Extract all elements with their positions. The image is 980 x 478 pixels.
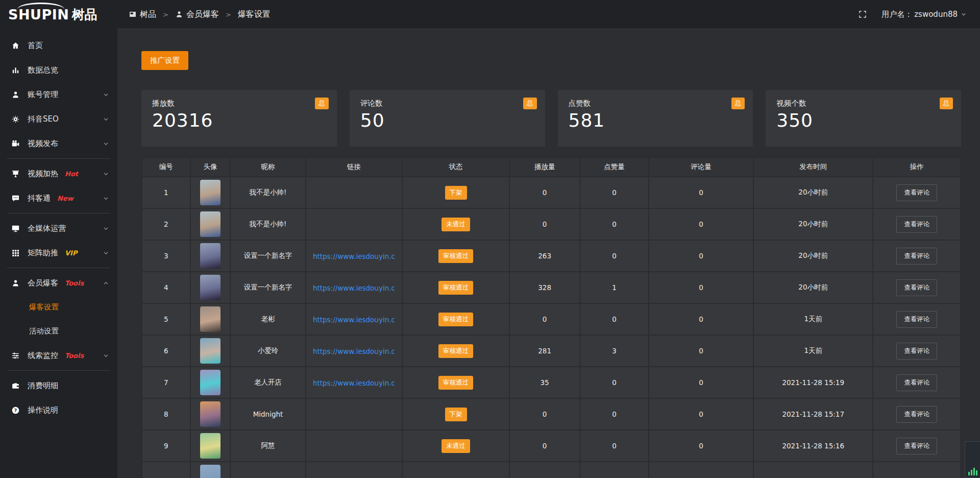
breadcrumb-item-home[interactable]: 树品 xyxy=(129,9,156,20)
cell-status: 未通过 xyxy=(402,430,509,462)
sidebar-item[interactable]: 账号管理 xyxy=(0,82,117,107)
wallet-icon xyxy=(11,381,20,390)
cell-time: 20小时前 xyxy=(753,177,873,208)
cell-time: 2021-11-28 15:16 xyxy=(753,430,873,462)
sidebar-item-label: 视频加热 xyxy=(28,169,58,179)
promo-settings-button[interactable]: 推广设置 xyxy=(141,51,188,70)
cell-comments: 0 xyxy=(649,398,753,430)
avatar xyxy=(200,370,220,395)
col-header-likes: 点赞量 xyxy=(580,157,649,177)
col-header-comments: 评论量 xyxy=(649,157,753,177)
cell-status: 审核通过 xyxy=(402,272,509,303)
sidebar-item[interactable]: 全媒体运营 xyxy=(0,216,117,241)
sidebar-item[interactable]: 操作说明 xyxy=(0,398,117,422)
gear-icon xyxy=(11,115,20,124)
cell-id: 7 xyxy=(142,367,190,398)
video-link[interactable]: https://www.iesdouyin.c xyxy=(313,284,395,292)
cell-actions: 查看评论 xyxy=(873,208,961,240)
view-comments-button[interactable]: 查看评论 xyxy=(896,216,937,233)
chevron-down-icon xyxy=(103,195,109,202)
cell-plays: 35 xyxy=(509,367,580,398)
cell-avatar xyxy=(190,398,231,430)
cell-nickname: 老彬 xyxy=(230,303,306,335)
col-header-id: 编号 xyxy=(142,157,190,177)
table-row: 9 阿慧 未通过 0 0 0 2021-11-28 15:16 查看评论 xyxy=(142,430,961,462)
cell-time: 1天前 xyxy=(753,303,873,335)
status-badge: 未通过 xyxy=(442,218,470,231)
sidebar-item[interactable]: 视频加热Hot xyxy=(0,161,117,186)
view-comments-button[interactable]: 查看评论 xyxy=(896,343,937,360)
monitor-icon xyxy=(11,224,20,233)
view-comments-button[interactable]: 查看评论 xyxy=(896,279,937,296)
table-row: 8 Midnight 下架 0 0 0 2021-11-28 15:17 查看评… xyxy=(142,398,961,430)
status-badge: 审核通过 xyxy=(438,313,473,326)
logo[interactable]: SHUPIN 树品 xyxy=(0,0,117,29)
cell-comments: 0 xyxy=(649,430,753,462)
sidebar-item-label: 矩阵助推 xyxy=(28,248,58,258)
sidebar-subitem[interactable]: 活动设置 xyxy=(0,319,117,343)
sidebar-item-label: 抖客通 xyxy=(28,194,51,203)
video-link[interactable]: https://www.iesdouyin.c xyxy=(313,316,395,324)
sidebar-item[interactable]: 消费明细 xyxy=(0,373,117,398)
sidebar-item[interactable]: 抖客通New xyxy=(0,186,117,210)
sidebar-item[interactable]: 矩阵助推VIP xyxy=(0,241,117,265)
cell-time: 20小时前 xyxy=(753,240,873,272)
cell-id: 3 xyxy=(142,240,190,272)
stat-card-comments: 评论数 50 总 xyxy=(350,90,545,147)
cell-link: https://www.iesdouyin.c xyxy=(306,335,402,367)
cell-avatar xyxy=(190,177,231,208)
video-link[interactable]: https://www.iesdouyin.c xyxy=(313,379,395,387)
sidebar-item[interactable]: 首页 xyxy=(0,33,117,58)
sidebar-item-label: 视频发布 xyxy=(28,139,58,149)
stat-card-likes: 点赞数 581 总 xyxy=(558,90,753,147)
stat-card-videos: 视频个数 350 总 xyxy=(766,90,961,147)
breadcrumb-label: 会员爆客 xyxy=(186,9,219,20)
cell-link: https://www.iesdouyin.c xyxy=(306,240,402,272)
cell-link: https://www.iesdouyin.c xyxy=(306,272,402,303)
cell-id: 1 xyxy=(142,177,190,208)
sidebar-item-label: 抖音SEO xyxy=(28,114,59,124)
sidebar-item[interactable]: 视频发布 xyxy=(0,131,117,156)
stat-value: 581 xyxy=(569,110,743,131)
sidebar-item[interactable]: 抖音SEO xyxy=(0,107,117,131)
video-link[interactable]: https://www.iesdouyin.c xyxy=(313,252,395,260)
cell-plays: 263 xyxy=(509,240,580,272)
sidebar-item[interactable]: 线索监控Tools xyxy=(0,343,117,368)
breadcrumb: 树品 > 会员爆客 > 爆客设置 xyxy=(129,9,271,20)
table-row: 7 老人开店 https://www.iesdouyin.c 审核通过 35 0… xyxy=(142,367,961,398)
view-comments-button[interactable]: 查看评论 xyxy=(896,438,937,455)
view-comments-button[interactable]: 查看评论 xyxy=(896,248,937,265)
video-link[interactable]: https://www.iesdouyin.c xyxy=(313,347,395,355)
username-label: 用户名： xyxy=(881,10,912,19)
chart-icon xyxy=(11,66,20,75)
view-comments-button[interactable]: 查看评论 xyxy=(896,311,937,328)
chevron-down-icon xyxy=(103,352,109,359)
sidebar-item-label: 会员爆客 xyxy=(28,278,58,288)
sidebar-item-label: 数据总览 xyxy=(28,65,58,75)
view-comments-button[interactable]: 查看评论 xyxy=(896,374,937,391)
cell-actions: 查看评论 xyxy=(873,430,961,462)
user-menu[interactable]: 用户名： zswodun88 xyxy=(881,10,967,19)
cell-comments: 0 xyxy=(649,208,753,240)
total-badge: 总 xyxy=(523,98,537,109)
cell-status: 下架 xyxy=(402,398,509,430)
fullscreen-icon[interactable] xyxy=(858,10,867,19)
username-value: zswodun88 xyxy=(914,10,958,19)
avatar xyxy=(200,465,220,478)
breadcrumb-item-member[interactable]: 会员爆客 xyxy=(175,9,219,20)
floating-widget[interactable] xyxy=(965,441,980,478)
sidebar-subitem[interactable]: 爆客设置 xyxy=(0,295,117,319)
view-comments-button[interactable]: 查看评论 xyxy=(896,184,937,201)
sidebar-item[interactable]: 会员爆客Tools xyxy=(0,271,117,295)
col-header-time: 发布时间 xyxy=(753,157,873,177)
question-icon xyxy=(11,406,20,415)
cell-plays: 0 xyxy=(509,303,580,335)
app-window: SHUPIN 树品 首页数据总览账号管理抖音SEO视频发布视频加热Hot抖客通N… xyxy=(0,0,980,478)
view-comments-button[interactable]: 查看评论 xyxy=(896,406,937,423)
avatar xyxy=(200,401,220,427)
sidebar-item[interactable]: 数据总览 xyxy=(0,58,117,82)
col-header-plays: 播放量 xyxy=(509,157,580,177)
status-badge: 下架 xyxy=(445,408,467,421)
col-header-status: 状态 xyxy=(402,157,509,177)
content: 推广设置 播放数 20316 总 评论数 50 总 点赞数 581 总 xyxy=(117,29,980,478)
